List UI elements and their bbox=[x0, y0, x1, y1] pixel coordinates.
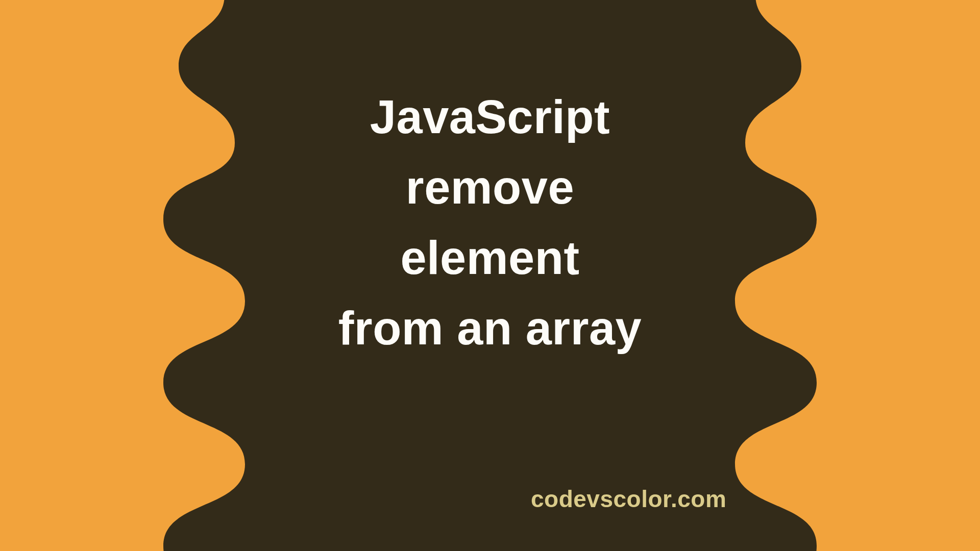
title-line-2: remove bbox=[0, 152, 980, 222]
banner-title: JavaScript remove element from an array bbox=[0, 82, 980, 363]
title-line-4: from an array bbox=[0, 293, 980, 363]
title-line-3: element bbox=[0, 222, 980, 293]
site-label: codevscolor.com bbox=[531, 485, 726, 513]
banner-stage: JavaScript remove element from an array … bbox=[0, 0, 980, 551]
title-line-1: JavaScript bbox=[0, 82, 980, 152]
